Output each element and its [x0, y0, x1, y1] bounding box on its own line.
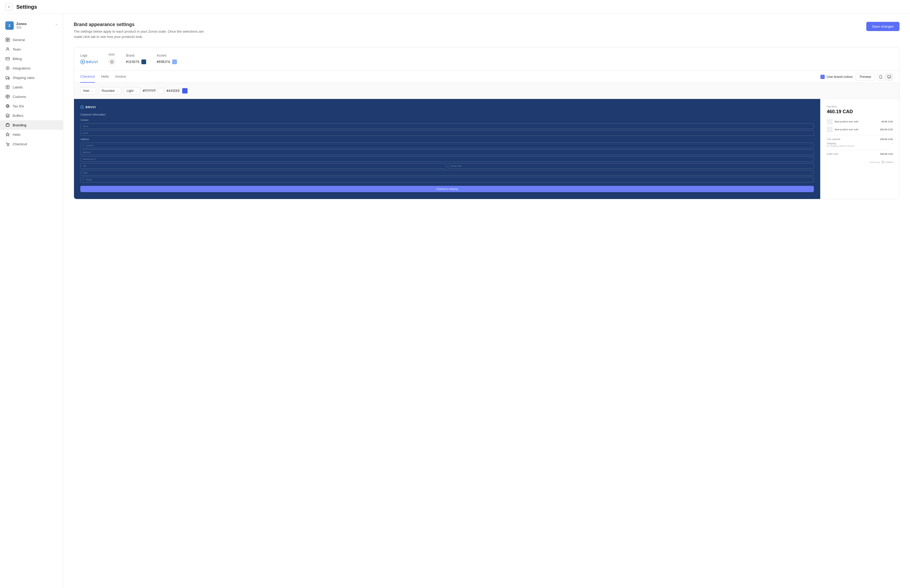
city-field[interactable]: City — [80, 163, 446, 169]
city-postal-row: City Postal code — [80, 163, 814, 170]
address-label: Address — [80, 138, 814, 141]
sidebar-item-general[interactable]: General — [0, 35, 63, 44]
email-field[interactable]: Email — [80, 130, 814, 136]
sidebar-item-integrations[interactable]: Integrations — [0, 63, 63, 73]
state-select[interactable]: State ⌄ — [80, 170, 814, 176]
brand-swatch[interactable]: #1E4D78 — [126, 60, 146, 64]
tab-checkout[interactable]: Checkout — [80, 71, 95, 82]
sidebar-label-integrations: Integrations — [13, 66, 31, 70]
org-header: Z Zonos 909 ⌃ — [0, 19, 63, 35]
bruvi-dot — [82, 107, 83, 108]
sidebar: Z Zonos 909 ⌃ General — [0, 14, 63, 588]
order-divider-2 — [827, 150, 893, 150]
tab-hello[interactable]: Hello — [101, 71, 109, 82]
svg-rect-17 — [887, 76, 891, 78]
sidebar-item-branding[interactable]: Branding — [0, 120, 63, 130]
chevron-down-icon-2: ⌄ — [116, 89, 118, 92]
shipping-row: Shipping No shipping method selected – — [827, 142, 893, 147]
order-total-amount: 460.19 CAD — [827, 109, 893, 115]
hex-blue-swatch[interactable]: #445EEE — [166, 88, 188, 94]
postal-placeholder: Postal code — [450, 165, 461, 167]
name-field[interactable]: Name — [80, 123, 814, 129]
sidebar-item-customs[interactable]: Customs — [0, 92, 63, 101]
label-icon — [5, 85, 10, 89]
contact-label: Contact — [80, 119, 814, 121]
device-toggle — [877, 73, 893, 81]
phone-select[interactable]: 🏳 Phone — [80, 177, 814, 183]
svg-point-7 — [6, 79, 7, 79]
close-button[interactable]: × — [5, 3, 13, 11]
cart-subtotal-label: Cart subtotal — [827, 138, 840, 141]
svg-point-13 — [8, 145, 9, 146]
sidebar-item-labels[interactable]: Labels — [0, 82, 63, 92]
checkout-preview: BRUVI Customer information Contact Name … — [74, 99, 899, 199]
pay-brand: Pay Bruvi — [827, 105, 893, 108]
blue-color-box[interactable] — [182, 88, 188, 94]
state-arrow-icon: ⌄ — [810, 172, 811, 174]
brand-color-group: Brand #1E4D78 — [126, 54, 146, 64]
save-changes-button[interactable]: Save changes — [866, 22, 899, 31]
address-field[interactable]: Address — [80, 150, 814, 155]
country-select[interactable]: 🏳 Country ⌄ — [80, 143, 814, 148]
sidebar-item-billing[interactable]: Billing — [0, 54, 63, 63]
truck-icon — [5, 75, 10, 80]
order-item-2: Best product ever sold 200.00 CAD — [827, 127, 893, 132]
sidebar-item-hello[interactable]: Hello — [0, 130, 63, 139]
phone-field-label: Phone — [86, 178, 92, 181]
accent-hex: #89B2FA — [157, 60, 170, 64]
color-row: Logo BRUVI Icon — [74, 47, 899, 71]
accent-color-box[interactable] — [172, 60, 177, 64]
zonos-logo-icon — [881, 161, 884, 164]
item-1-name: Best product ever sold — [835, 120, 879, 123]
app-window: × Settings Z Zonos 909 ⌃ — [0, 0, 910, 588]
mobile-icon[interactable] — [877, 73, 884, 81]
page-title: Settings — [16, 4, 37, 10]
sidebar-item-buffers[interactable]: Buffers — [0, 111, 63, 120]
preview-button[interactable]: Preview — [856, 73, 875, 81]
user-icon — [5, 47, 10, 52]
color-mode-value: Light — [127, 89, 134, 93]
sidebar-item-tax-ids[interactable]: Tax IDs — [0, 101, 63, 111]
svg-rect-5 — [6, 57, 10, 60]
desktop-icon[interactable] — [886, 73, 893, 81]
svg-point-16 — [881, 78, 881, 78]
country-field-label: Country — [86, 144, 93, 147]
svg-rect-1 — [8, 38, 10, 39]
sidebar-item-team[interactable]: Team — [0, 44, 63, 54]
checkout-form-panel: BRUVI Customer information Contact Name … — [74, 99, 820, 199]
plug-icon — [5, 66, 10, 71]
main-content: Brand appearance settings The settings b… — [63, 14, 910, 588]
address-line2-field[interactable]: Address line 2 — [80, 156, 814, 162]
accent-color-group: Accent #89B2FA — [157, 54, 177, 64]
use-brand-checkbox[interactable]: ✓ — [821, 75, 825, 79]
continue-shipping-button[interactable]: Continue to shipping — [80, 186, 814, 192]
color-mode-select[interactable]: Light ⌄ — [124, 87, 140, 94]
checkmark-icon: ✓ — [821, 75, 824, 78]
svg-point-12 — [7, 145, 8, 146]
accent-swatch[interactable]: #89B2FA — [157, 60, 177, 64]
hex-white-value: #FFFFFF — [143, 89, 156, 93]
font-family-select[interactable]: Inter ⌄ — [80, 87, 96, 94]
add-icon-button[interactable] — [108, 58, 115, 65]
postal-field[interactable]: Postal code — [448, 163, 814, 169]
org-name: Zonos — [16, 22, 55, 26]
sidebar-label-customs: Customs — [13, 95, 26, 99]
org-chevron-icon[interactable]: ⌃ — [55, 24, 58, 27]
sidebar-label-checkout: Checkout — [13, 142, 27, 146]
sidebar-item-checkout[interactable]: Checkout — [0, 139, 63, 149]
brand-hex: #1E4D78 — [126, 60, 139, 64]
sidebar-item-shipping-rates[interactable]: Shipping rates — [0, 73, 63, 82]
item-2-price: 200.00 CAD — [880, 128, 893, 131]
white-color-box[interactable] — [158, 88, 164, 94]
sidebar-label-branding: Branding — [13, 123, 26, 127]
logo-circle — [80, 60, 85, 64]
hex-white-swatch[interactable]: #FFFFFF — [143, 88, 164, 94]
shipping-note: No shipping method selected — [827, 145, 854, 147]
border-style-select[interactable]: Rounded ⌄ — [99, 87, 121, 94]
icon-group: Icon — [108, 53, 115, 65]
name-placeholder: Name — [83, 125, 88, 128]
brand-color-box[interactable] — [141, 60, 146, 64]
logo-preview: BRUVI — [80, 60, 98, 64]
svg-rect-0 — [6, 38, 7, 39]
tab-invoice[interactable]: Invoice — [115, 71, 126, 82]
